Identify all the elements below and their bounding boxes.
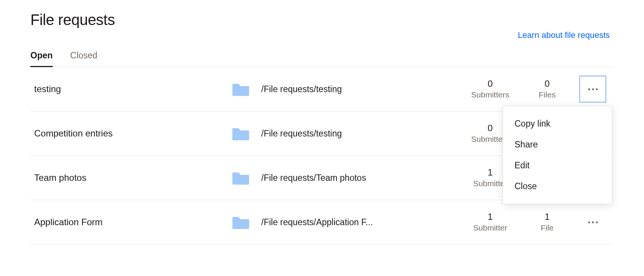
request-path: /File requests/testing	[261, 84, 342, 94]
ellipsis-icon	[588, 221, 598, 223]
submitters-label: Submitter	[462, 223, 519, 233]
folder-icon	[232, 169, 250, 186]
request-path: /File requests/Application F...	[261, 217, 373, 227]
page-title: File requests	[30, 11, 614, 28]
request-path: /File requests/testing	[261, 129, 342, 139]
request-path: /File requests/Team photos	[261, 173, 366, 183]
tabs: Open Closed	[30, 50, 614, 67]
request-name: testing	[34, 84, 232, 94]
files-label: File	[519, 223, 576, 233]
menu-copy-link[interactable]: Copy link	[503, 113, 612, 134]
learn-about-file-requests-link[interactable]: Learn about file requests	[518, 30, 610, 40]
files-count: 0	[519, 78, 576, 89]
tab-open[interactable]: Open	[30, 50, 53, 67]
submitters-label: Submitters	[462, 89, 519, 100]
more-actions-button[interactable]	[579, 75, 606, 103]
menu-close[interactable]: Close	[503, 176, 612, 197]
folder-icon	[232, 214, 250, 231]
file-request-row[interactable]: Application Form /File requests/Applicat…	[30, 200, 614, 245]
more-actions-button[interactable]	[579, 209, 606, 236]
ellipsis-icon	[588, 88, 598, 90]
submitters-count: 1	[462, 212, 519, 223]
request-name: Team photos	[34, 172, 232, 183]
folder-icon	[232, 81, 250, 97]
files-count: 1	[519, 212, 576, 223]
files-label: Files	[519, 89, 576, 100]
request-name: Application Form	[34, 217, 232, 227]
folder-icon	[232, 125, 250, 142]
request-name: Competition entries	[34, 128, 232, 139]
tab-closed[interactable]: Closed	[70, 50, 98, 67]
submitters-count: 0	[462, 78, 519, 89]
menu-share[interactable]: Share	[503, 134, 612, 155]
file-request-row[interactable]: testing /File requests/testing 0 Submitt…	[30, 67, 614, 111]
menu-edit[interactable]: Edit	[503, 155, 612, 176]
row-actions-menu: Copy link Share Edit Close	[503, 106, 612, 204]
